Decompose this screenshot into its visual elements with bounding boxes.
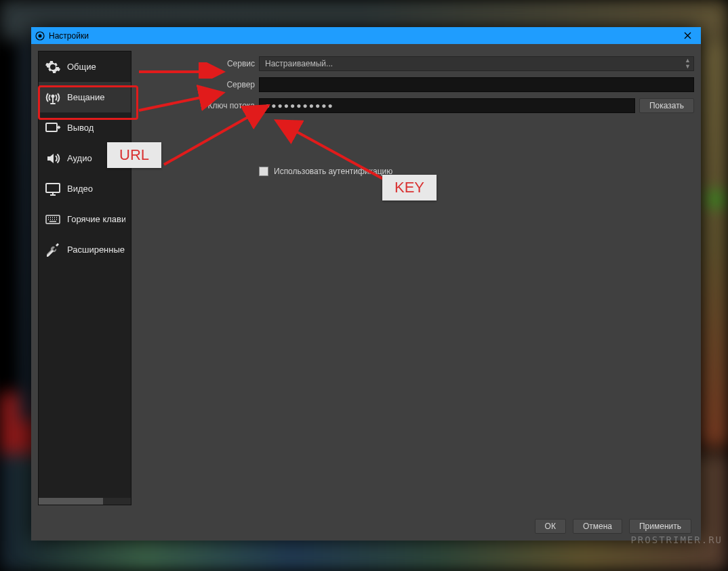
updown-icon: ▲▼ bbox=[685, 58, 691, 70]
use-auth-label: Использовать аутентификацию bbox=[274, 167, 392, 176]
gear-icon bbox=[44, 58, 62, 76]
annotation-tag-url: URL bbox=[107, 142, 161, 168]
svg-point-1 bbox=[39, 34, 42, 37]
sidebar-item-general[interactable]: Общие bbox=[39, 51, 131, 82]
close-button[interactable] bbox=[674, 27, 701, 44]
app-icon bbox=[35, 31, 45, 41]
cancel-button[interactable]: Отмена bbox=[573, 519, 622, 534]
service-value: Настраиваемый... bbox=[265, 59, 333, 68]
antenna-icon bbox=[44, 89, 62, 106]
settings-dialog: Настройки Общие Вещание bbox=[31, 27, 701, 541]
tools-icon bbox=[44, 241, 62, 259]
monitor-icon bbox=[44, 180, 62, 198]
stream-key-input[interactable]: ●●●●●●●●●●● bbox=[259, 98, 635, 113]
service-label: Сервис bbox=[141, 59, 255, 68]
svg-rect-3 bbox=[46, 123, 57, 131]
output-icon bbox=[44, 119, 62, 137]
sidebar-scrollbar[interactable] bbox=[39, 498, 131, 505]
sidebar-item-label: Вывод bbox=[67, 123, 94, 133]
window-title: Настройки bbox=[49, 31, 89, 41]
sidebar-item-stream[interactable]: Вещание bbox=[39, 82, 131, 112]
sidebar-item-label: Вещание bbox=[67, 92, 105, 102]
server-label: Сервер bbox=[141, 80, 255, 89]
ok-button[interactable]: ОК bbox=[535, 519, 566, 534]
svg-rect-4 bbox=[46, 184, 60, 192]
use-auth-checkbox[interactable] bbox=[259, 167, 268, 176]
titlebar: Настройки bbox=[31, 27, 701, 44]
sidebar-item-output[interactable]: Вывод bbox=[39, 112, 131, 143]
apply-button[interactable]: Применить bbox=[629, 519, 691, 534]
annotation-tag-key: KEY bbox=[382, 175, 437, 200]
service-select[interactable]: Настраиваемый... ▲▼ bbox=[259, 56, 694, 71]
sidebar-item-hotkeys[interactable]: Горячие клавиши bbox=[39, 204, 131, 234]
sidebar-item-label: Аудио bbox=[67, 153, 92, 163]
watermark: PROSTRIMER.RU bbox=[630, 534, 723, 545]
sidebar-item-video[interactable]: Видео bbox=[39, 173, 131, 204]
sidebar-item-label: Горячие клавиши bbox=[67, 214, 125, 224]
sidebar-item-advanced[interactable]: Расширенные bbox=[39, 234, 131, 265]
sidebar-item-label: Общие bbox=[67, 62, 96, 72]
stream-key-value: ●●●●●●●●●●● bbox=[265, 101, 334, 110]
server-input[interactable] bbox=[259, 77, 694, 92]
dialog-footer: ОК Отмена Применить bbox=[31, 512, 701, 541]
speaker-icon bbox=[44, 150, 62, 167]
sidebar-item-label: Расширенные bbox=[67, 245, 125, 255]
sidebar-item-label: Видео bbox=[67, 184, 93, 194]
stream-key-label: Ключ потока bbox=[141, 101, 255, 110]
keyboard-icon bbox=[44, 211, 62, 228]
sidebar: Общие Вещание Вывод Аудио bbox=[38, 51, 132, 505]
show-key-button[interactable]: Показать bbox=[639, 98, 694, 113]
settings-panel-stream: Сервис Настраиваемый... ▲▼ Сервер bbox=[141, 51, 694, 505]
